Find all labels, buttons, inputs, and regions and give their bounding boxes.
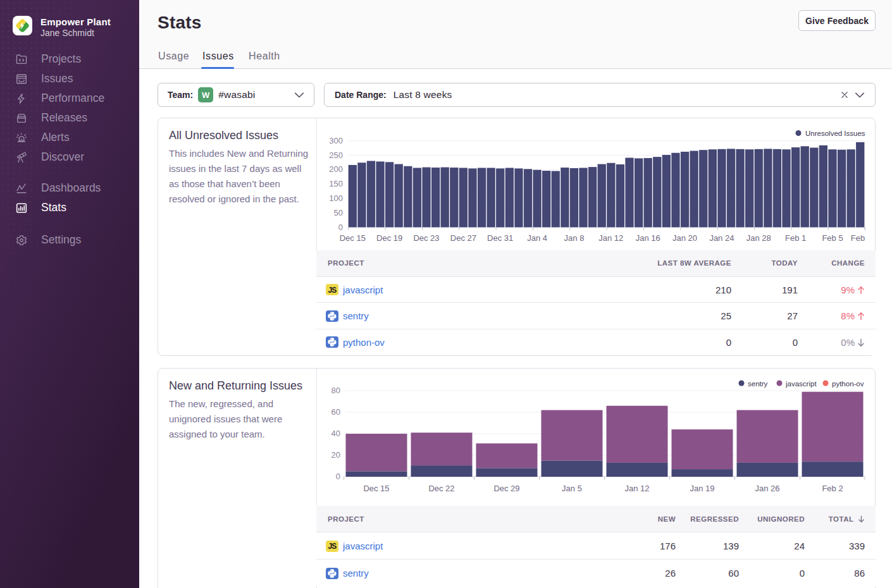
svg-text:Feb 2: Feb 2 <box>822 484 843 493</box>
svg-text:60: 60 <box>331 407 340 417</box>
svg-text:Dec 29: Dec 29 <box>493 484 519 493</box>
svg-text:javascript: javascript <box>785 380 817 388</box>
svg-text:python-ov: python-ov <box>832 380 864 388</box>
svg-text:Jan 19: Jan 19 <box>690 484 714 493</box>
svg-text:80: 80 <box>331 386 340 395</box>
svg-text:Jan 26: Jan 26 <box>755 484 779 493</box>
svg-text:sentry: sentry <box>748 380 768 388</box>
svg-text:Jan 5: Jan 5 <box>562 484 582 493</box>
svg-text:Jan 12: Jan 12 <box>624 484 649 493</box>
svg-text:40: 40 <box>331 429 340 438</box>
svg-text:Dec 22: Dec 22 <box>428 484 454 493</box>
svg-text:20: 20 <box>331 450 340 460</box>
svg-text:Dec 15: Dec 15 <box>363 484 389 493</box>
svg-text:0: 0 <box>336 472 340 481</box>
